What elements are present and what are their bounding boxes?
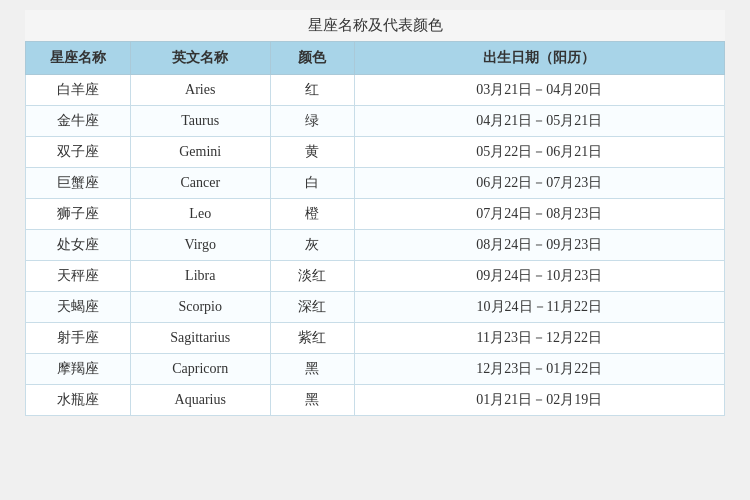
cell-cn-name: 天秤座 <box>26 261 131 292</box>
cell-date: 11月23日－12月22日 <box>354 323 724 354</box>
table-row: 处女座Virgo灰08月24日－09月23日 <box>26 230 725 261</box>
table-row: 金牛座Taurus绿04月21日－05月21日 <box>26 106 725 137</box>
cell-date: 03月21日－04月20日 <box>354 75 724 106</box>
table-row: 狮子座Leo橙07月24日－08月23日 <box>26 199 725 230</box>
cell-date: 08月24日－09月23日 <box>354 230 724 261</box>
cell-color: 红 <box>270 75 354 106</box>
cell-date: 01月21日－02月19日 <box>354 385 724 416</box>
cell-date: 12月23日－01月22日 <box>354 354 724 385</box>
table-row: 双子座Gemini黄05月22日－06月21日 <box>26 137 725 168</box>
table-row: 白羊座Aries红03月21日－04月20日 <box>26 75 725 106</box>
cell-date: 06月22日－07月23日 <box>354 168 724 199</box>
cell-color: 灰 <box>270 230 354 261</box>
cell-date: 04月21日－05月21日 <box>354 106 724 137</box>
cell-en-name: Taurus <box>130 106 270 137</box>
cell-cn-name: 金牛座 <box>26 106 131 137</box>
page-title: 星座名称及代表颜色 <box>25 10 725 41</box>
table-header-row: 星座名称 英文名称 颜色 出生日期（阳历） <box>26 42 725 75</box>
cell-color: 淡红 <box>270 261 354 292</box>
cell-color: 黄 <box>270 137 354 168</box>
cell-cn-name: 狮子座 <box>26 199 131 230</box>
cell-cn-name: 射手座 <box>26 323 131 354</box>
cell-en-name: Capricorn <box>130 354 270 385</box>
table-row: 水瓶座Aquarius黑01月21日－02月19日 <box>26 385 725 416</box>
cell-en-name: Leo <box>130 199 270 230</box>
cell-cn-name: 天蝎座 <box>26 292 131 323</box>
cell-en-name: Sagittarius <box>130 323 270 354</box>
cell-cn-name: 处女座 <box>26 230 131 261</box>
header-color: 颜色 <box>270 42 354 75</box>
cell-cn-name: 水瓶座 <box>26 385 131 416</box>
cell-en-name: Libra <box>130 261 270 292</box>
header-en-name: 英文名称 <box>130 42 270 75</box>
cell-cn-name: 白羊座 <box>26 75 131 106</box>
table-row: 摩羯座Capricorn黑12月23日－01月22日 <box>26 354 725 385</box>
cell-color: 黑 <box>270 385 354 416</box>
table-row: 天蝎座Scorpio深红10月24日－11月22日 <box>26 292 725 323</box>
cell-en-name: Gemini <box>130 137 270 168</box>
cell-en-name: Virgo <box>130 230 270 261</box>
cell-cn-name: 巨蟹座 <box>26 168 131 199</box>
table-row: 巨蟹座Cancer白06月22日－07月23日 <box>26 168 725 199</box>
zodiac-table: 星座名称 英文名称 颜色 出生日期（阳历） 白羊座Aries红03月21日－04… <box>25 41 725 416</box>
cell-en-name: Aquarius <box>130 385 270 416</box>
cell-color: 橙 <box>270 199 354 230</box>
header-cn-name: 星座名称 <box>26 42 131 75</box>
cell-en-name: Aries <box>130 75 270 106</box>
main-container: 星座名称及代表颜色 星座名称 英文名称 颜色 出生日期（阳历） 白羊座Aries… <box>25 10 725 416</box>
cell-date: 10月24日－11月22日 <box>354 292 724 323</box>
cell-cn-name: 双子座 <box>26 137 131 168</box>
cell-date: 09月24日－10月23日 <box>354 261 724 292</box>
header-date: 出生日期（阳历） <box>354 42 724 75</box>
cell-color: 绿 <box>270 106 354 137</box>
cell-color: 紫红 <box>270 323 354 354</box>
cell-date: 05月22日－06月21日 <box>354 137 724 168</box>
cell-color: 白 <box>270 168 354 199</box>
cell-en-name: Scorpio <box>130 292 270 323</box>
cell-en-name: Cancer <box>130 168 270 199</box>
cell-cn-name: 摩羯座 <box>26 354 131 385</box>
table-row: 射手座Sagittarius紫红11月23日－12月22日 <box>26 323 725 354</box>
table-row: 天秤座Libra淡红09月24日－10月23日 <box>26 261 725 292</box>
cell-date: 07月24日－08月23日 <box>354 199 724 230</box>
cell-color: 黑 <box>270 354 354 385</box>
cell-color: 深红 <box>270 292 354 323</box>
